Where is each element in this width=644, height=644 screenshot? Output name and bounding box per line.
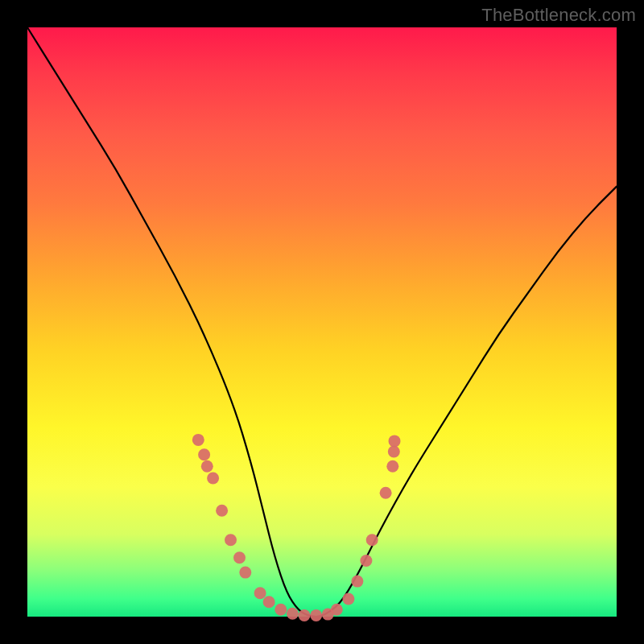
data-point: [360, 555, 372, 567]
data-point: [239, 567, 251, 579]
data-point: [388, 446, 400, 458]
data-point: [233, 551, 246, 564]
data-point: [351, 576, 363, 588]
data-point: [192, 434, 204, 446]
data-point: [342, 593, 354, 605]
data-point: [198, 448, 210, 460]
data-point: [201, 460, 213, 473]
data-point: [225, 534, 237, 546]
data-point: [254, 587, 266, 599]
data-point: [287, 608, 299, 620]
data-point: [275, 604, 287, 616]
chart-svg: [27, 27, 617, 617]
data-point: [310, 609, 322, 621]
data-point: [263, 596, 275, 608]
plot-area: [27, 27, 617, 617]
data-point: [380, 487, 392, 499]
data-point: [299, 609, 311, 621]
chart-frame: TheBottleneck.com: [0, 0, 644, 644]
data-point: [386, 460, 398, 473]
data-point: [389, 435, 401, 447]
watermark-text: TheBottleneck.com: [481, 5, 636, 26]
data-point: [331, 604, 343, 616]
bottleneck-curve: [27, 27, 617, 617]
data-point: [216, 505, 228, 517]
data-points-group: [192, 434, 401, 621]
data-point: [207, 473, 219, 485]
data-point: [366, 534, 378, 546]
